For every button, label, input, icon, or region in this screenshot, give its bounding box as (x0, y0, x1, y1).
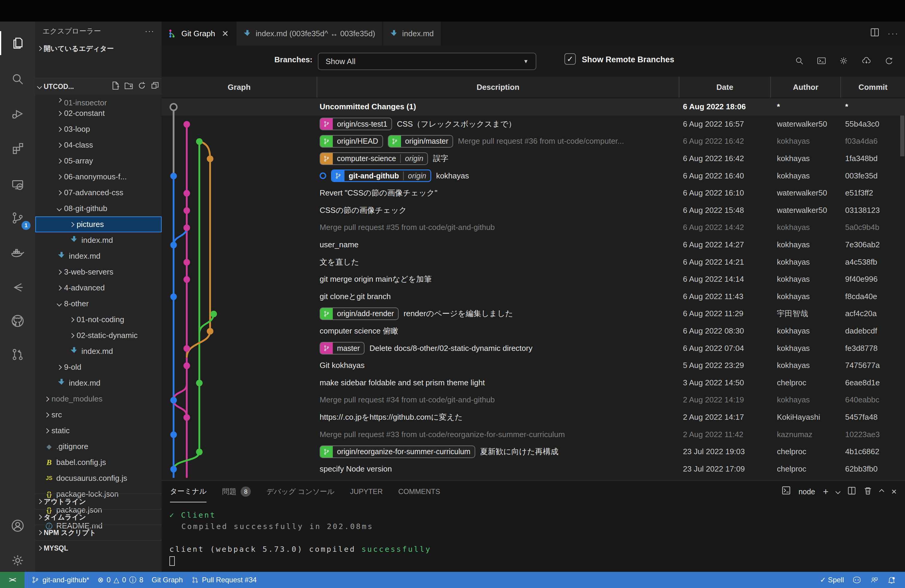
git-graph-status-item[interactable]: Git Graph (148, 572, 187, 588)
column-header-description[interactable]: Description (317, 77, 680, 98)
tree-item-label: 08-git-github (64, 204, 108, 213)
workspace-section[interactable]: UTCOD... (35, 78, 162, 95)
remote-indicator[interactable]: >< (0, 572, 25, 588)
tree-item-02-static-dynamic[interactable]: 02-static-dynamic (35, 327, 162, 343)
settings-gear-icon[interactable] (0, 545, 35, 576)
tree-item-index-md[interactable]: index.md (35, 248, 162, 264)
tree-item-label: .gitignore (56, 442, 88, 451)
panel-tab-JUPYTER[interactable]: JUPYTER (350, 481, 383, 502)
tree-item-02-constant[interactable]: 02-constant (35, 105, 162, 121)
problems-status-item[interactable]: ⊗0 △0 ⓘ8 (94, 572, 148, 588)
explorer-more-icon[interactable]: ··· (145, 27, 154, 36)
new-terminal-icon[interactable]: + (823, 486, 829, 497)
tree-item-04-class[interactable]: 04-class (35, 137, 162, 153)
chevron-right-icon (44, 428, 49, 433)
branch-badge-origin-css-test1[interactable]: origin/css-test1 (320, 118, 392, 130)
branch-badge-origin-reorganize-for-summer-curriculum[interactable]: origin/reorganize-for-summer-curriculum (320, 445, 475, 458)
sidebar-section-タイムライン[interactable]: タイムライン (35, 509, 162, 524)
new-file-icon[interactable] (111, 81, 120, 92)
new-folder-icon[interactable] (124, 81, 133, 92)
branch-badge-git-and-github[interactable]: git-and-githuborigin (331, 170, 431, 182)
explorer-icon[interactable] (0, 27, 35, 59)
sidebar-section-MYSQL[interactable]: MYSQL (35, 540, 162, 556)
graph-refresh-icon[interactable] (884, 56, 894, 68)
docker-icon[interactable] (0, 237, 35, 268)
panel-tab-デバッグ コンソール[interactable]: デバッグ コンソール (266, 481, 334, 502)
search-icon[interactable] (0, 64, 35, 95)
panel-tab-ターミナル[interactable]: ターミナル (170, 481, 206, 502)
branch-badge-origin-add-render[interactable]: origin/add-render (320, 307, 399, 320)
tree-item-01-inspector[interactable]: 01-inspector (35, 98, 162, 105)
column-header-date[interactable]: Date (680, 77, 771, 98)
column-header-author[interactable]: Author (771, 77, 841, 98)
column-header-graph[interactable]: Graph (162, 77, 317, 98)
tree-item-08-git-github[interactable]: 08-git-github (35, 200, 162, 216)
branch-badge-origin-HEAD[interactable]: origin/HEAD (320, 135, 383, 148)
tree-item-03-loop[interactable]: 03-loop (35, 121, 162, 137)
close-panel-icon[interactable]: × (891, 486, 897, 497)
arrow-misc-icon[interactable] (0, 272, 35, 303)
show-remote-branches-checkbox[interactable]: ✓ (564, 53, 576, 65)
commit-date: 6 Aug 2022 16:40 (683, 171, 770, 181)
refresh-icon[interactable] (138, 81, 146, 92)
tree-item-06-anonymous-f-[interactable]: 06-anonymous-f... (35, 169, 162, 185)
open-editors-section[interactable]: 開いているエディター (35, 41, 162, 56)
collapse-folders-icon[interactable] (151, 81, 159, 92)
branch-badge-master[interactable]: master (320, 342, 365, 354)
spell-status-item[interactable]: ✓ Spell (816, 572, 848, 588)
tab-index-md-003fe35d-003fe35d-[interactable]: index.md (003fe35d^ ↔ 003fe35d) (237, 22, 383, 46)
graph-terminal-icon[interactable] (816, 56, 827, 68)
sidebar-section-アウトライン[interactable]: アウトライン (35, 493, 162, 509)
tree-item-9-old[interactable]: 9-old (35, 359, 162, 375)
split-editor-icon[interactable] (870, 28, 879, 39)
source-control-icon[interactable]: 1 (0, 202, 35, 234)
tree-item-05-array[interactable]: 05-array (35, 153, 162, 169)
tree-item-3-web-servers[interactable]: 3-web-servers (35, 264, 162, 280)
editor-more-actions-icon[interactable]: ··· (888, 29, 899, 38)
tree-item--gitignore[interactable]: ◆.gitignore (35, 439, 162, 455)
account-icon[interactable] (0, 510, 35, 541)
extensions-icon[interactable] (0, 133, 35, 164)
cloud-download-icon[interactable] (861, 56, 872, 68)
tree-item-index-md[interactable]: index.md (35, 375, 162, 391)
tree-item-docusaurus-config-js[interactable]: JSdocusaurus.config.js (35, 470, 162, 486)
tree-item-static[interactable]: static (35, 423, 162, 439)
tree-item-4-advanced[interactable]: 4-advanced (35, 280, 162, 296)
tree-item-index-md[interactable]: index.md (35, 232, 162, 248)
column-header-commit[interactable]: Commit (841, 77, 905, 98)
branches-dropdown[interactable]: Show All▼ (318, 53, 536, 70)
github-icon[interactable] (0, 305, 35, 337)
panel-tab-問題[interactable]: 問題8 (222, 481, 251, 502)
graph-search-icon[interactable] (794, 56, 805, 68)
notifications-bell-icon[interactable] (883, 572, 900, 588)
panel-tab-COMMENTS[interactable]: COMMENTS (399, 481, 440, 502)
pull-request-status-item[interactable]: Pull Request #34 (187, 572, 261, 588)
tree-item-01-not-coding[interactable]: 01-not-coding (35, 311, 162, 327)
tree-item-babel-config-js[interactable]: Bbabel.config.js (35, 455, 162, 470)
github-pr-icon[interactable] (0, 339, 35, 370)
sidebar-section-NPM スクリプト[interactable]: NPM スクリプト (35, 524, 162, 540)
terminal-dropdown-icon[interactable] (835, 489, 841, 494)
tab-close-icon[interactable]: ✕ (222, 29, 229, 39)
remote-explorer-icon[interactable] (0, 169, 35, 200)
graph-settings-icon[interactable] (838, 56, 849, 68)
tree-item-label: node_modules (51, 394, 103, 404)
run-debug-icon[interactable] (0, 98, 35, 129)
tree-item-src[interactable]: src (35, 407, 162, 423)
tree-item-8-other[interactable]: 8-other (35, 296, 162, 311)
branch-badge-computer-science[interactable]: computer-scienceorigin (320, 153, 428, 165)
tab-index-md[interactable]: index.md (383, 22, 442, 46)
maximize-panel-icon[interactable] (879, 489, 884, 494)
branch-badge-origin-master[interactable]: origin/master (388, 135, 453, 148)
branch-status-item[interactable]: git-and-github* (27, 572, 94, 588)
feedback-status-icon[interactable] (865, 572, 883, 588)
tree-item-pictures[interactable]: pictures (35, 216, 162, 232)
split-terminal-icon[interactable] (848, 486, 856, 497)
tree-item-index-md[interactable]: index.md (35, 343, 162, 359)
tree-item-node-modules[interactable]: node_modules (35, 391, 162, 407)
kill-terminal-icon[interactable] (864, 486, 872, 497)
copilot-status-icon[interactable] (848, 572, 865, 588)
chevron-right-icon (70, 222, 75, 227)
tree-item-07-advanced-css[interactable]: 07-advanced-css (35, 185, 162, 200)
tab-git-graph[interactable]: Git Graph✕ (162, 22, 237, 46)
